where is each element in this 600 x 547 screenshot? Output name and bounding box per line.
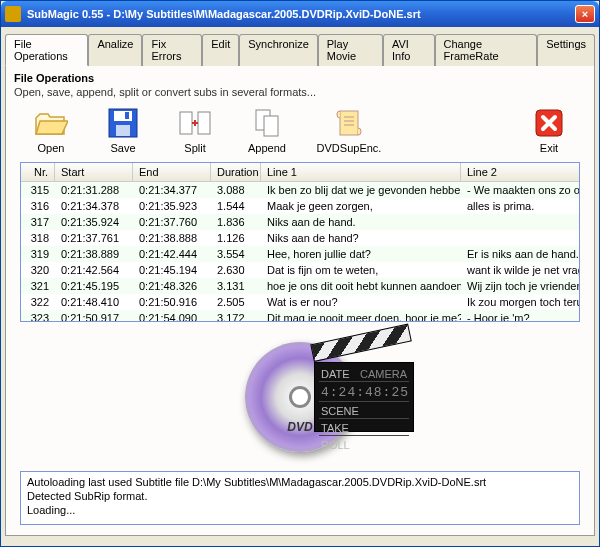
cell-nr: 316 (21, 199, 55, 213)
tab-play-movie[interactable]: Play Movie (318, 34, 383, 66)
cell-end: 0:21:50.916 (133, 295, 211, 309)
cell-line2 (461, 231, 580, 245)
cell-start: 0:21:34.378 (55, 199, 133, 213)
cell-duration: 3.088 (211, 183, 261, 197)
cell-duration: 3.172 (211, 311, 261, 322)
tab-settings[interactable]: Settings (537, 34, 595, 66)
scroll-icon (332, 106, 366, 140)
cell-nr: 322 (21, 295, 55, 309)
cell-nr: 317 (21, 215, 55, 229)
cell-duration: 2.505 (211, 295, 261, 309)
svg-rect-8 (340, 111, 358, 135)
col-duration[interactable]: Duration (211, 163, 261, 181)
cell-end: 0:21:42.444 (133, 247, 211, 261)
col-line2[interactable]: Line 2 (461, 163, 580, 181)
svg-rect-7 (264, 116, 278, 136)
col-start[interactable]: Start (55, 163, 133, 181)
table-row[interactable]: 3220:21:48.4100:21:50.9162.505Wat is er … (21, 294, 580, 310)
cell-start: 0:21:42.564 (55, 263, 133, 277)
tab-panel: File Operations Open, save, append, spli… (5, 66, 595, 536)
cell-line2 (461, 215, 580, 229)
svg-rect-2 (116, 125, 130, 136)
cell-line2: Wij zijn toch je vrienden? (461, 279, 580, 293)
table-row[interactable]: 3160:21:34.3780:21:35.9231.544Maak je ge… (21, 198, 580, 214)
svg-rect-3 (125, 112, 129, 119)
cell-line2: - Hoor je 'm? (461, 311, 580, 322)
dvdsupenc-label: DVDSupEnc. (317, 142, 382, 154)
cell-start: 0:21:35.924 (55, 215, 133, 229)
cell-end: 0:21:54.090 (133, 311, 211, 322)
cell-line1: Dit mag je nooit meer doen, hoor je me? (261, 311, 461, 322)
log-line: Detected SubRip format. (27, 490, 573, 504)
cell-nr: 319 (21, 247, 55, 261)
table-row[interactable]: 3170:21:35.9240:21:37.7601.836Niks aan d… (21, 214, 580, 230)
table-row[interactable]: 3230:21:50.9170:21:54.0903.172Dit mag je… (21, 310, 580, 322)
cell-line1: Wat is er nou? (261, 295, 461, 309)
log-line: Loading... (27, 504, 573, 518)
log-output[interactable]: Autoloading last used Subtitle file D:\M… (20, 471, 580, 525)
table-row[interactable]: 3190:21:38.8890:21:42.4443.554Hee, horen… (21, 246, 580, 262)
col-line1[interactable]: Line 1 (261, 163, 461, 181)
col-end[interactable]: End (133, 163, 211, 181)
toolbar: Open Save Split Append DVDSupEnc. (14, 98, 586, 160)
cell-start: 0:21:45.195 (55, 279, 133, 293)
subtitle-grid[interactable]: Nr. Start End Duration Line 1 Line 2 315… (20, 162, 580, 322)
dvdsupenc-button[interactable]: DVDSupEnc. (314, 106, 384, 154)
cell-start: 0:21:50.917 (55, 311, 133, 322)
save-button[interactable]: Save (98, 106, 148, 154)
split-icon (178, 106, 212, 140)
panel-description: Open, save, append, split or convert sub… (14, 86, 586, 98)
split-label: Split (184, 142, 205, 154)
tab-analize[interactable]: Analize (88, 34, 142, 66)
cell-start: 0:21:48.410 (55, 295, 133, 309)
open-button[interactable]: Open (26, 106, 76, 154)
cell-line1: Hee, horen jullie dat? (261, 247, 461, 261)
cell-nr: 320 (21, 263, 55, 277)
tab-file-operations[interactable]: File Operations (5, 34, 88, 66)
tab-synchronize[interactable]: Synchronize (239, 34, 318, 66)
table-row[interactable]: 3200:21:42.5640:21:45.1942.630Dat is fij… (21, 262, 580, 278)
tab-fix-errors[interactable]: Fix Errors (142, 34, 202, 66)
cell-nr: 318 (21, 231, 55, 245)
exit-icon (532, 106, 566, 140)
save-label: Save (110, 142, 135, 154)
exit-label: Exit (540, 142, 558, 154)
cell-nr: 323 (21, 311, 55, 322)
window-close-button[interactable]: × (575, 5, 595, 23)
open-label: Open (38, 142, 65, 154)
split-button[interactable]: Split (170, 106, 220, 154)
app-icon (5, 6, 21, 22)
append-label: Append (248, 142, 286, 154)
cell-line1: Ik ben zo blij dat we je gevonden hebben… (261, 183, 461, 197)
col-nr[interactable]: Nr. (21, 163, 55, 181)
cell-line2: alles is prima. (461, 199, 580, 213)
tab-strip: File Operations Analize Fix Errors Edit … (5, 33, 595, 66)
append-icon (250, 106, 284, 140)
cell-line1: Maak je geen zorgen, (261, 199, 461, 213)
grid-body[interactable]: 3150:21:31.2880:21:34.3773.088Ik ben zo … (21, 182, 580, 322)
cell-end: 0:21:35.923 (133, 199, 211, 213)
cell-start: 0:21:38.889 (55, 247, 133, 261)
cell-line1: Niks aan de hand? (261, 231, 461, 245)
tab-avi-info[interactable]: AVI Info (383, 34, 435, 66)
table-row[interactable]: 3210:21:45.1950:21:48.3263.131hoe je ons… (21, 278, 580, 294)
cell-duration: 1.544 (211, 199, 261, 213)
cell-nr: 315 (21, 183, 55, 197)
cell-line1: Dat is fijn om te weten, (261, 263, 461, 277)
append-button[interactable]: Append (242, 106, 292, 154)
cell-line2: want ik wilde je net vragen... (461, 263, 580, 277)
table-row[interactable]: 3180:21:37.7610:21:38.8881.126Niks aan d… (21, 230, 580, 246)
cell-duration: 2.630 (211, 263, 261, 277)
exit-button[interactable]: Exit (524, 106, 574, 154)
tab-edit[interactable]: Edit (202, 34, 239, 66)
cell-line2: - We maakten ons zo ongerust. (461, 183, 580, 197)
cell-end: 0:21:34.377 (133, 183, 211, 197)
cell-start: 0:21:37.761 (55, 231, 133, 245)
cell-end: 0:21:38.888 (133, 231, 211, 245)
tab-change-framerate[interactable]: Change FrameRate (435, 34, 538, 66)
table-row[interactable]: 3150:21:31.2880:21:34.3773.088Ik ben zo … (21, 182, 580, 198)
cell-end: 0:21:48.326 (133, 279, 211, 293)
titlebar[interactable]: SubMagic 0.55 - D:\My Subtitles\M\Madaga… (1, 1, 599, 27)
panel-title: File Operations (14, 72, 586, 84)
svg-rect-5 (198, 112, 210, 134)
